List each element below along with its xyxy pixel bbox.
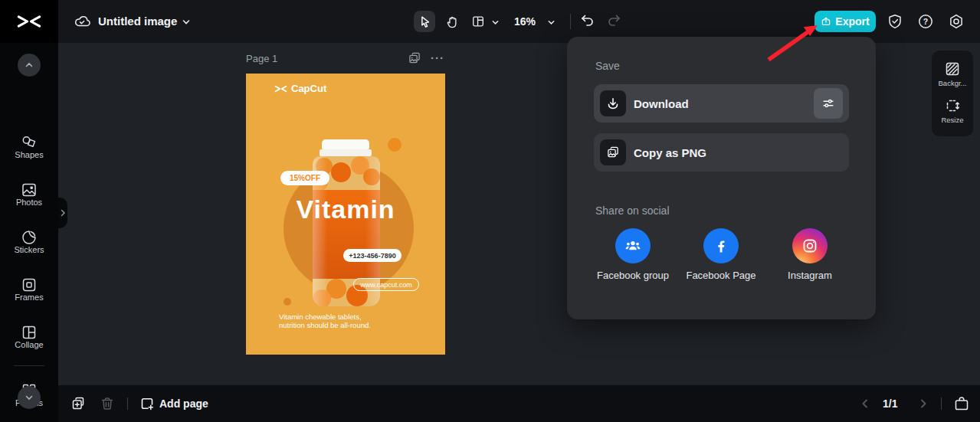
copy-page-image-icon[interactable]	[408, 51, 421, 65]
poster-description-line2: nutrition should be all-round.	[279, 321, 371, 329]
settings-gear-icon	[948, 13, 965, 30]
download-button[interactable]: Download	[594, 84, 849, 123]
facebook-group-button[interactable]	[615, 228, 651, 263]
select-tool-button[interactable]	[414, 11, 435, 32]
copy-image-icon	[606, 146, 620, 159]
copy-as-png-button[interactable]: Copy as PNG	[594, 133, 849, 172]
download-icon-tile	[600, 90, 626, 116]
sliders-icon	[821, 97, 835, 110]
resize-icon[interactable]	[944, 97, 961, 114]
resize-button[interactable]: Resize	[932, 116, 973, 124]
sidebar-item-photos[interactable]: Photos	[0, 198, 58, 207]
instagram-button[interactable]	[792, 228, 828, 263]
poster-description: Vitamin chewable tablets, nutrition shou…	[279, 312, 371, 329]
next-page-button[interactable]	[918, 398, 933, 414]
capcut-editor: Untitled image 16%	[0, 0, 980, 422]
undo-button[interactable]	[579, 13, 595, 28]
poster-brand-name: CapCut	[291, 83, 326, 94]
poster-canvas[interactable]: CapCut 15%OFF Vitamin +123-456-7890 www.…	[246, 74, 445, 355]
delete-page-button[interactable]	[100, 396, 115, 411]
redo-icon	[607, 13, 622, 28]
chevron-up-icon	[25, 61, 34, 70]
duplicate-page-button[interactable]	[70, 396, 86, 411]
instagram-camera-icon	[801, 237, 819, 255]
photos-icon[interactable]	[20, 181, 38, 199]
cloud-sync-icon	[74, 13, 90, 30]
right-tools-panel: Backgr... Resize	[932, 51, 973, 136]
background-button[interactable]: Backgr...	[932, 79, 973, 87]
facebook-page-button[interactable]	[703, 228, 739, 263]
left-sidebar: Shapes Photos Stickers Frames	[0, 43, 58, 422]
layout-chevron-down-icon[interactable]	[491, 18, 500, 27]
zoom-chevron-down-icon[interactable]	[547, 18, 556, 27]
settings-button[interactable]	[948, 13, 965, 30]
bottom-bar-divider	[127, 397, 128, 410]
sidebar-item-stickers[interactable]: Stickers	[0, 245, 58, 254]
poster-title: Vitamin	[246, 195, 445, 224]
title-chevron-down-icon[interactable]	[182, 18, 191, 27]
poster-capcut-logo-icon	[274, 84, 287, 93]
facebook-group-icon	[623, 236, 643, 256]
layout-icon	[471, 15, 485, 28]
page-indicator: 1/1	[883, 397, 897, 410]
chevron-right-icon	[918, 398, 929, 409]
save-heading: Save	[595, 60, 620, 72]
export-popup: Save Download	[567, 37, 876, 319]
page-more-options-icon[interactable]: ···	[431, 54, 444, 62]
redo-button[interactable]	[607, 13, 622, 28]
bottle-cap	[322, 139, 369, 149]
website-badge: www.capcut.com	[353, 278, 419, 291]
instagram-label: Instagram	[768, 269, 852, 282]
sidebar-scroll-up-button[interactable]	[18, 54, 41, 77]
hand-tool-button[interactable]	[441, 11, 463, 32]
share-heading: Share on social	[595, 204, 670, 217]
trash-icon	[100, 396, 115, 411]
page-header-actions: ···	[408, 51, 444, 65]
zoom-level[interactable]: 16%	[514, 15, 536, 28]
chevron-left-icon	[860, 398, 870, 409]
export-button[interactable]: Export	[814, 11, 876, 32]
poster-brand: CapCut	[274, 83, 326, 94]
sidebar-item-collage[interactable]: Collage	[0, 340, 58, 349]
document-title[interactable]: Untitled image	[98, 15, 177, 28]
copy-as-png-label: Copy as PNG	[634, 146, 706, 159]
hand-icon	[445, 15, 459, 28]
poster-accent-dot-bottom	[284, 298, 291, 306]
add-page-button[interactable]: Add page	[159, 397, 208, 410]
bottom-bar-divider-right	[941, 397, 942, 410]
add-page-icon	[139, 396, 155, 411]
layout-tool-button[interactable]	[467, 11, 489, 32]
capcut-logo[interactable]	[0, 0, 58, 43]
download-icon	[606, 97, 620, 110]
facebook-f-icon	[711, 236, 731, 256]
sidebar-scroll-down-button[interactable]	[18, 386, 41, 409]
present-export-button[interactable]	[953, 395, 970, 412]
sidebar-item-shapes[interactable]: Shapes	[0, 150, 58, 159]
svg-text:?: ?	[923, 17, 928, 26]
chevron-down-icon	[25, 393, 34, 402]
help-button[interactable]: ?	[917, 13, 934, 30]
facebook-page-label: Facebook Page	[679, 269, 763, 282]
discount-badge: 15%OFF	[280, 171, 329, 185]
shapes-icon[interactable]	[20, 133, 38, 152]
export-upload-icon	[821, 16, 831, 27]
safety-shield-button[interactable]	[887, 13, 903, 30]
stickers-icon[interactable]	[20, 228, 38, 247]
frames-icon[interactable]	[20, 276, 38, 294]
duplicate-page-icon	[70, 396, 86, 411]
panel-expander-handle[interactable]	[58, 198, 67, 228]
export-button-label: Export	[835, 15, 869, 28]
previous-page-button[interactable]	[860, 398, 875, 414]
cursor-icon	[418, 15, 431, 28]
download-settings-button[interactable]	[814, 88, 843, 119]
question-circle-icon: ?	[917, 13, 934, 30]
page-label: Page 1	[246, 53, 277, 64]
copy-png-icon-tile	[600, 139, 626, 165]
poster-description-line1: Vitamin chewable tablets,	[279, 312, 371, 321]
background-icon[interactable]	[944, 61, 961, 77]
chevron-right-icon	[60, 209, 66, 217]
toolbar-divider	[570, 14, 571, 29]
sidebar-item-frames[interactable]: Frames	[0, 293, 58, 302]
bottle-cap-rim	[320, 149, 372, 156]
collage-icon[interactable]	[20, 323, 38, 342]
